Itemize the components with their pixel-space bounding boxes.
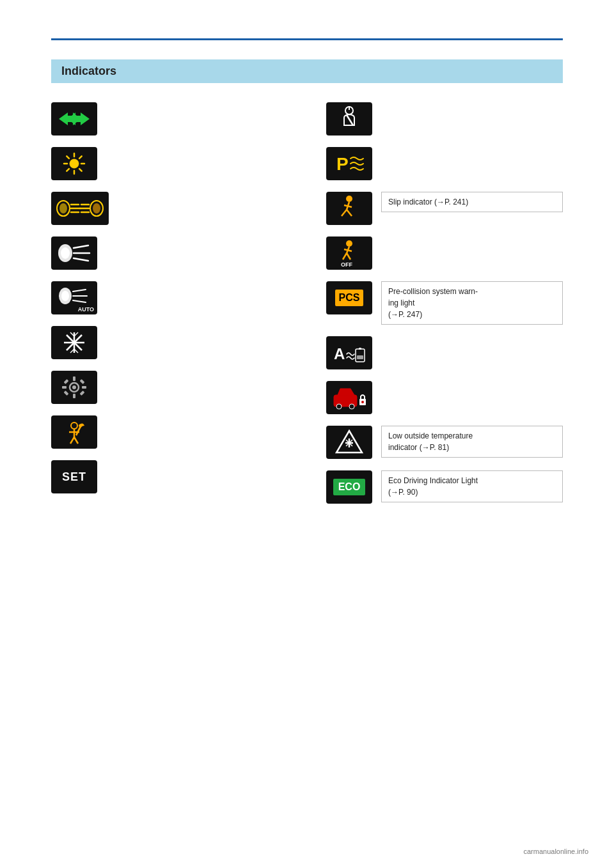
svg-rect-44 [73, 376, 75, 381]
slip-indicator-callout: Slip indicator (→P. 241) [381, 192, 563, 212]
section-title: Indicators [61, 65, 116, 77]
eco-icon: ECO [326, 470, 372, 504]
list-item: P [326, 147, 563, 180]
svg-point-66 [346, 240, 352, 247]
list-item [51, 102, 288, 136]
svg-line-63 [344, 205, 352, 207]
right-column: P [326, 102, 563, 504]
svg-rect-48 [64, 379, 69, 384]
svg-point-77 [336, 404, 342, 409]
left-column: AUTO [51, 102, 288, 504]
svg-line-10 [79, 169, 82, 171]
pcs-icon: PCS [326, 281, 372, 314]
svg-line-65 [347, 210, 352, 216]
svg-text:OFF: OFF [341, 261, 352, 267]
svg-point-43 [72, 385, 76, 389]
slip-indicator-icon [326, 192, 372, 225]
eco-text: Eco Driving Indicator Light(→P. 90) [388, 476, 478, 497]
car-lock-icon [326, 381, 372, 414]
list-item [51, 147, 288, 180]
svg-rect-46 [62, 386, 67, 389]
turn-signal-icon [51, 102, 97, 136]
indicators-grid: AUTO [51, 102, 563, 504]
daytime-light-icon [51, 147, 97, 180]
list-item: Low outside temperatureindicator (→P. 81… [326, 426, 563, 459]
slip-off-icon: OFF [326, 236, 372, 270]
svg-point-78 [349, 404, 354, 409]
settings-icon [51, 371, 97, 404]
svg-marker-3 [74, 112, 90, 125]
auto-label: AUTO [78, 306, 94, 313]
pcs-callout: Pre-collision system warn-ing light(→P. … [381, 281, 563, 325]
ice-warning-icon [326, 426, 372, 459]
svg-line-12 [67, 169, 69, 171]
svg-rect-45 [73, 394, 75, 398]
ice-warning-text: Low outside temperatureindicator (→P. 81… [388, 431, 473, 452]
seatbelt-icon [326, 102, 372, 136]
svg-line-56 [74, 437, 78, 444]
list-item [51, 415, 288, 449]
page-container: Indicators [0, 0, 614, 868]
svg-point-52 [71, 422, 77, 429]
ice-warning-callout: Low outside temperatureindicator (→P. 81… [381, 426, 563, 458]
svg-point-29 [61, 291, 69, 301]
set-icon: SET [51, 460, 97, 493]
pcs-text: Pre-collision system warn-ing light(→P. … [388, 287, 478, 319]
svg-marker-2 [59, 112, 74, 125]
list-item [326, 381, 563, 414]
footer-url: carmanualonline.info [523, 848, 588, 855]
a-battery-icon: A [326, 336, 372, 369]
svg-line-27 [74, 258, 88, 261]
svg-rect-75 [357, 355, 363, 359]
svg-line-11 [79, 156, 82, 159]
list-item: PCS Pre-collision system warn-ing light(… [326, 281, 563, 325]
svg-text:P: P [336, 154, 349, 174]
svg-line-58 [347, 115, 353, 125]
svg-point-61 [346, 196, 352, 202]
svg-text:A: A [334, 345, 345, 362]
svg-point-4 [70, 159, 79, 168]
list-item [326, 102, 563, 136]
wrench-icon [51, 415, 97, 449]
blue-divider [51, 38, 563, 40]
list-item: OFF [326, 236, 563, 270]
svg-point-19 [93, 203, 100, 213]
svg-line-25 [74, 245, 88, 248]
svg-point-80 [361, 401, 364, 403]
svg-point-14 [59, 203, 67, 213]
p-waves-icon: P [326, 147, 372, 180]
headlight-auto-icon: AUTO [51, 281, 97, 314]
eco-label: ECO [333, 479, 366, 495]
eco-callout: Eco Driving Indicator Light(→P. 90) [381, 470, 563, 502]
svg-point-24 [61, 247, 70, 259]
svg-point-41 [72, 341, 76, 345]
svg-rect-74 [359, 348, 361, 350]
list-item [51, 236, 288, 270]
list-item [51, 326, 288, 359]
svg-rect-49 [80, 391, 85, 396]
svg-line-68 [344, 249, 352, 251]
list-item: AUTO [51, 281, 288, 314]
section-header: Indicators [51, 59, 563, 83]
list-item [51, 192, 288, 225]
svg-line-9 [67, 156, 69, 159]
list-item: Slip indicator (→P. 241) [326, 192, 563, 225]
svg-rect-50 [80, 379, 85, 384]
list-item: A [326, 336, 563, 369]
svg-line-70 [347, 253, 350, 260]
slip-indicator-text: Slip indicator (→P. 241) [388, 198, 468, 206]
list-item [51, 371, 288, 404]
svg-line-32 [73, 300, 86, 302]
svg-line-30 [73, 290, 86, 291]
pcs-label: PCS [335, 290, 364, 306]
svg-line-69 [343, 253, 347, 260]
svg-point-86 [348, 442, 350, 444]
svg-rect-51 [64, 391, 69, 396]
fog-lights-icon [51, 192, 109, 225]
list-item: ECO Eco Driving Indicator Light(→P. 90) [326, 470, 563, 504]
snowflake-icon [51, 326, 97, 359]
list-item: SET [51, 460, 288, 493]
set-label: SET [62, 470, 86, 484]
svg-line-55 [70, 437, 74, 444]
headlight-beam-icon [51, 236, 97, 270]
